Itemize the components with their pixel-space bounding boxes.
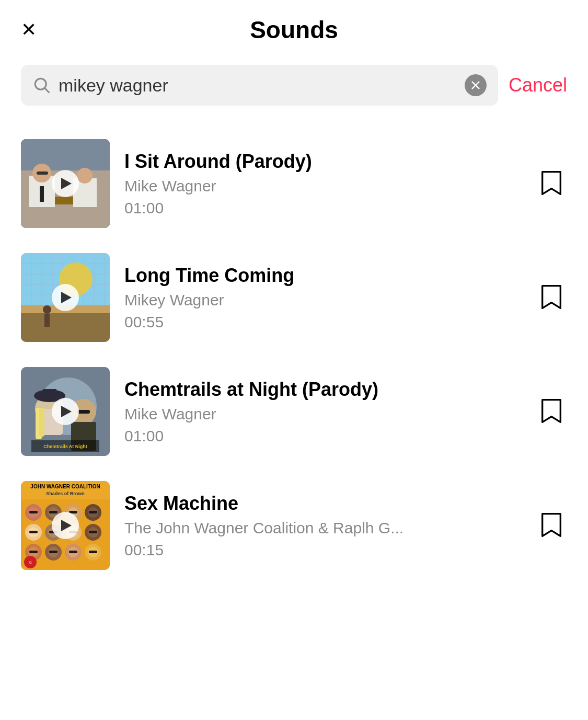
- svg-point-11: [77, 168, 93, 184]
- bookmark-icon-3: [541, 398, 562, 424]
- page-title: Sounds: [250, 16, 338, 44]
- list-item[interactable]: JOHN WAGNER COALITION Shades of Brown: [0, 468, 588, 582]
- list-item[interactable]: Chemtrails At Night Chemtrails at Night …: [0, 355, 588, 468]
- result-title-1: I Sit Around (Parody): [124, 150, 521, 173]
- result-artist-1: Mike Wagner: [124, 177, 521, 195]
- search-input[interactable]: [59, 75, 457, 96]
- bookmark-button-1[interactable]: [536, 165, 567, 202]
- cancel-button[interactable]: Cancel: [509, 74, 567, 96]
- header: ✕ Sounds: [0, 0, 588, 54]
- search-bar: Cancel: [0, 54, 588, 116]
- svg-rect-74: [49, 511, 57, 513]
- result-info-3: Chemtrails at Night (Parody) Mike Wagner…: [124, 378, 521, 444]
- svg-rect-39: [39, 408, 44, 437]
- result-artist-4: The John Wagner Coalition & Raplh G...: [124, 519, 521, 537]
- result-info-4: Sex Machine The John Wagner Coalition & …: [124, 492, 521, 558]
- svg-rect-76: [89, 511, 97, 513]
- result-title-4: Sex Machine: [124, 492, 521, 515]
- svg-line-1: [44, 88, 49, 92]
- svg-rect-82: [49, 551, 57, 553]
- thumbnail-1: [21, 139, 110, 228]
- bookmark-button-3[interactable]: [536, 393, 567, 430]
- result-duration-4: 00:15: [124, 541, 521, 559]
- result-title-2: Long Time Coming: [124, 264, 521, 287]
- svg-rect-81: [29, 551, 38, 553]
- bookmark-icon-1: [541, 170, 562, 196]
- result-title-3: Chemtrails at Night (Parody): [124, 378, 521, 401]
- result-duration-3: 01:00: [124, 427, 521, 445]
- clear-icon: [470, 79, 481, 91]
- svg-rect-83: [69, 551, 77, 553]
- svg-rect-77: [29, 531, 38, 533]
- play-icon-1: [52, 170, 79, 197]
- play-icon-2: [52, 284, 79, 311]
- bookmark-icon-4: [541, 512, 562, 538]
- result-artist-3: Mike Wagner: [124, 405, 521, 423]
- search-icon: [32, 76, 51, 95]
- svg-rect-80: [89, 531, 97, 533]
- result-info-2: Long Time Coming Mikey Wagner 00:55: [124, 264, 521, 330]
- play-icon-4: [52, 512, 79, 539]
- svg-text:©: ©: [29, 561, 32, 565]
- svg-rect-84: [89, 551, 97, 553]
- bookmark-button-4[interactable]: [536, 507, 567, 544]
- svg-text:Shades of Brown: Shades of Brown: [46, 491, 85, 496]
- result-duration-1: 01:00: [124, 199, 521, 217]
- thumbnail-3: Chemtrails At Night: [21, 367, 110, 456]
- close-button[interactable]: ✕: [21, 20, 37, 39]
- thumbnail-2: [21, 253, 110, 342]
- results-list: I Sit Around (Parody) Mike Wagner 01:00: [0, 116, 588, 593]
- bookmark-button-2[interactable]: [536, 279, 567, 316]
- svg-point-30: [43, 305, 51, 314]
- svg-rect-36: [43, 389, 56, 399]
- svg-rect-29: [21, 313, 110, 342]
- list-item[interactable]: Long Time Coming Mikey Wagner 00:55: [0, 241, 588, 355]
- result-info-1: I Sit Around (Parody) Mike Wagner 01:00: [124, 150, 521, 216]
- play-icon-3: [52, 398, 79, 425]
- svg-text:JOHN WAGNER COALITION: JOHN WAGNER COALITION: [30, 484, 100, 489]
- svg-rect-31: [44, 314, 50, 327]
- thumbnail-4: JOHN WAGNER COALITION Shades of Brown: [21, 481, 110, 570]
- clear-button[interactable]: [465, 74, 487, 96]
- result-duration-2: 00:55: [124, 313, 521, 331]
- result-artist-2: Mikey Wagner: [124, 291, 521, 309]
- svg-rect-73: [29, 511, 38, 513]
- svg-rect-13: [37, 172, 48, 175]
- svg-rect-12: [40, 186, 44, 202]
- svg-text:Chemtrails At Night: Chemtrails At Night: [43, 444, 87, 449]
- svg-rect-42: [77, 410, 90, 414]
- list-item[interactable]: I Sit Around (Parody) Mike Wagner 01:00: [0, 127, 588, 241]
- search-input-container: [21, 65, 498, 106]
- bookmark-icon-2: [541, 284, 562, 310]
